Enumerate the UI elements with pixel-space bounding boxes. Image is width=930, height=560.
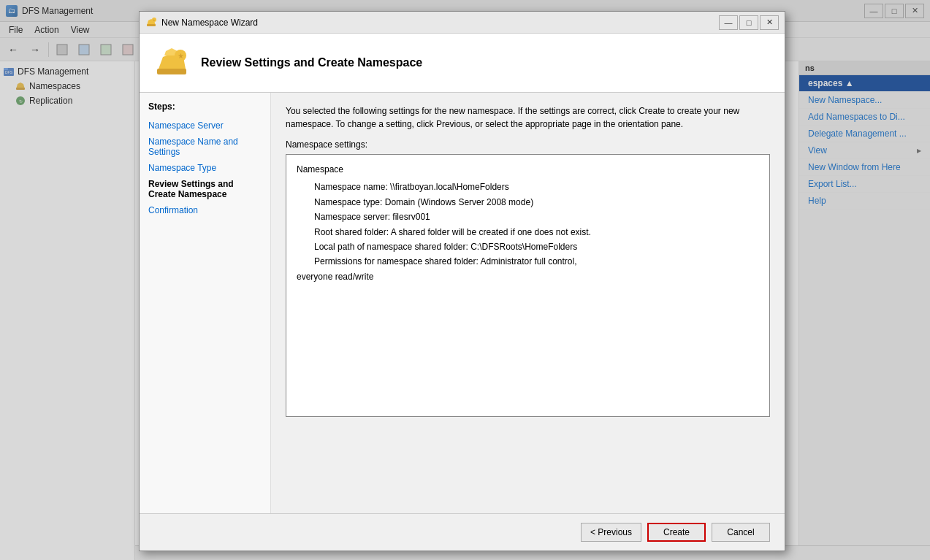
namespace-item-1: Namespace type: Domain (Windows Server 2… — [297, 195, 759, 210]
step-namespace-type[interactable]: Namespace Type — [140, 160, 270, 176]
dialog-intro: You selected the following settings for … — [286, 104, 770, 131]
namespace-item-2: Namespace server: filesrv001 — [297, 210, 759, 224]
namespace-box: Namespace Namespace name: \\firatboyan.l… — [286, 154, 770, 417]
dialog-header-title: Review Settings and Create Namespace — [201, 56, 422, 69]
steps-title: Steps: — [140, 101, 270, 118]
dialog-icon: ★ — [145, 17, 157, 28]
dialog-header: ★ Review Settings and Create Namespace — [140, 34, 785, 93]
dialog-footer: < Previous Create Cancel — [140, 513, 785, 551]
dialog-maximize-button[interactable]: □ — [739, 15, 758, 30]
svg-text:★: ★ — [153, 18, 156, 22]
step-namespace-server[interactable]: Namespace Server — [140, 118, 270, 134]
dialog-title-left: ★ New Namespace Wizard — [145, 17, 258, 28]
dialog-content: Steps: Namespace Server Namespace Name a… — [140, 93, 785, 513]
cancel-button[interactable]: Cancel — [712, 523, 770, 542]
steps-panel: Steps: Namespace Server Namespace Name a… — [140, 93, 271, 513]
dialog-title-text: New Namespace Wizard — [161, 18, 258, 28]
step-confirmation[interactable]: Confirmation — [140, 202, 270, 218]
namespace-item-3: Root shared folder: A shared folder will… — [297, 225, 759, 239]
namespace-item-4: Local path of namespace shared folder: C… — [297, 239, 759, 254]
namespace-item-0: Namespace name: \\firatboyan.local\HomeF… — [297, 180, 759, 194]
svg-text:★: ★ — [178, 52, 184, 60]
svg-rect-16 — [157, 69, 186, 74]
previous-button[interactable]: < Previous — [581, 523, 641, 542]
namespace-item-5b: everyone read/write — [297, 269, 759, 284]
dialog-close-button[interactable]: ✕ — [760, 15, 779, 30]
namespace-box-title: Namespace — [297, 162, 759, 177]
step-namespace-name[interactable]: Namespace Name and Settings — [140, 134, 270, 160]
svg-rect-12 — [147, 24, 156, 26]
dialog-title-controls: — □ ✕ — [719, 15, 779, 30]
dialog-title-bar: ★ New Namespace Wizard — □ ✕ — [140, 12, 785, 34]
dialog-header-icon: ★ — [154, 45, 189, 80]
step-review-settings[interactable]: Review Settings and Create Namespace — [140, 176, 270, 202]
new-namespace-wizard: ★ New Namespace Wizard — □ ✕ ★ Review Se… — [139, 11, 785, 551]
namespace-settings-label: Namespace settings: — [286, 139, 770, 150]
namespace-item-5: Permissions for namespace shared folder:… — [297, 254, 759, 269]
create-button[interactable]: Create — [647, 523, 706, 542]
dialog-minimize-button[interactable]: — — [719, 15, 738, 30]
dialog-body: You selected the following settings for … — [271, 93, 785, 513]
